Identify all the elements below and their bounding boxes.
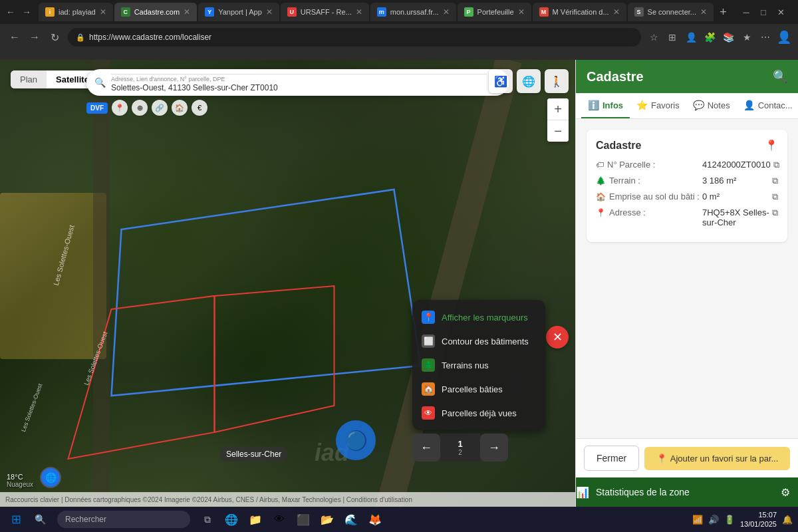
maximize-icon[interactable]: □ — [757, 5, 770, 19]
layer-parcelles-vues[interactable]: 👁 Parcelles déjà vues — [412, 401, 545, 425]
split-icon[interactable]: ⊞ — [665, 30, 680, 45]
tab-contacts[interactable]: 👤 Contac... — [737, 93, 798, 118]
taskbar-start-button[interactable]: ⊞ — [5, 509, 27, 530]
taskbar-firefox-icon[interactable]: 🦊 — [364, 509, 386, 530]
stats-settings-icon[interactable]: ⚙ — [781, 486, 790, 499]
taskbar-edge-icon[interactable]: 🌊 — [340, 509, 362, 530]
layer-parcelles-baties[interactable]: 🏠 Parcelles bâties — [412, 377, 545, 401]
tab-cadastre[interactable]: C Cadastre.com ✕ — [114, 3, 197, 21]
tab-favoris[interactable]: ⭐ Favoris — [630, 93, 686, 118]
map-sub-icon-4[interactable]: 🏠 — [172, 100, 188, 116]
taskbar-battery-icon[interactable]: 🔋 — [724, 515, 735, 525]
adresse-icon: 📍 — [596, 208, 606, 217]
tab-ursaff-close[interactable]: ✕ — [356, 7, 362, 17]
person-tool[interactable]: 🚶 — [545, 69, 569, 93]
address-bar[interactable]: 🔒 https://www.cadastre.com/localiser — [68, 28, 641, 47]
profile-icon[interactable]: 👤 — [684, 30, 698, 45]
taskbar-folder-icon[interactable]: 📂 — [317, 509, 338, 530]
svg-text:Les Solettes-Ouest: Les Solettes-Ouest — [52, 224, 76, 286]
layer-terrains[interactable]: 🌲 Terrains nus — [412, 353, 545, 377]
back-button[interactable]: ← — [7, 29, 23, 45]
plan-button[interactable]: Plan — [11, 70, 47, 88]
layer-marqueurs[interactable]: 📍 Afficher les marqueurs — [412, 305, 545, 329]
map-sub-icon-5[interactable]: € — [192, 100, 207, 116]
map-container[interactable]: Les Solettes-Ouest Les Solettes-Ouest Le… — [0, 60, 575, 507]
browser-chrome: ← → i iad: playiad ✕ C Cadastre.com ✕ Y … — [0, 0, 798, 60]
accessibility-tool[interactable]: ♿ — [489, 69, 513, 93]
adresse-copy-button[interactable]: ⧉ — [772, 207, 778, 218]
tab-connect-close[interactable]: ✕ — [700, 7, 707, 17]
tab-gmail[interactable]: M M Vérification d... ✕ — [533, 3, 626, 21]
location-pin-icon[interactable]: 📍 — [765, 139, 778, 152]
layer-batiments[interactable]: ⬜ Contour des bâtiments — [412, 329, 545, 353]
browser-controls-right: ─ □ ✕ — [734, 5, 793, 19]
nav-prev-button[interactable]: ← — [412, 434, 440, 462]
tab-iad[interactable]: i iad: playiad ✕ — [39, 3, 113, 21]
tab-portefeuille-close[interactable]: ✕ — [518, 7, 525, 17]
browser-forward-icon[interactable]: → — [21, 7, 32, 17]
panel-search-icon[interactable]: 🔍 — [773, 69, 787, 84]
tab-portefeuille-label: Portefeuille — [477, 8, 514, 16]
minimize-icon[interactable]: ─ — [739, 5, 753, 19]
favorites-icon[interactable]: ★ — [739, 30, 754, 45]
tab-infos[interactable]: ℹ️ Infos — [581, 93, 630, 118]
section-title: Cadastre — [596, 140, 641, 152]
tab-gmail-close[interactable]: ✕ — [613, 7, 620, 17]
terrain-copy-button[interactable]: ⧉ — [772, 176, 778, 186]
layer-marqueurs-label: Afficher les marqueurs — [442, 313, 528, 323]
dvf-badge[interactable]: DVF — [86, 102, 108, 114]
more-icon[interactable]: ⋯ — [758, 30, 773, 45]
browser-icons-left: ← → — [5, 7, 32, 17]
map-sub-icon-1[interactable]: 📍 — [112, 100, 128, 116]
map-search-bar[interactable]: 🔍 Adresse, Lien d'annonce, N° parcelle, … — [86, 69, 509, 96]
tab-monurssaf[interactable]: m mon.urssaf.fr... ✕ — [370, 3, 456, 21]
globe-street-icon[interactable]: 🌐 — [40, 467, 61, 488]
extensions-icon[interactable]: 🧩 — [702, 30, 717, 45]
tab-ursaff-label: URSAFF - Re... — [301, 8, 352, 16]
globe-tool[interactable]: 🌐 — [517, 69, 541, 93]
forward-button[interactable]: → — [27, 29, 43, 45]
taskbar-files-icon[interactable]: 📁 — [245, 509, 266, 530]
taskbar-chrome-icon[interactable]: 🌐 — [221, 509, 242, 530]
tab-connect[interactable]: S Se connecter... ✕ — [628, 3, 714, 21]
weather-condition: Nuageux — [7, 481, 33, 488]
taskbar-clock[interactable]: 15:07 13/01/2025 — [740, 510, 777, 529]
taskbar-ms-icon[interactable]: ⬛ — [293, 509, 314, 530]
edge-profile-icon[interactable]: 👤 — [777, 30, 791, 45]
parcelle-copy-button[interactable]: ⧉ — [773, 160, 779, 170]
stats-icon: 📊 — [576, 486, 589, 499]
taskbar-search-bar[interactable]: Rechercher — [57, 511, 190, 528]
zoom-out-button[interactable]: − — [547, 120, 569, 142]
map-sub-icon-2[interactable]: ⊕ — [132, 100, 148, 116]
close-overlay-button[interactable]: ✕ — [546, 326, 569, 348]
tab-notes[interactable]: 💬 Notes — [686, 93, 737, 118]
collections-icon[interactable]: 📚 — [721, 30, 735, 45]
star-icon[interactable]: ☆ — [646, 30, 661, 45]
map-sub-icon-3[interactable]: 🔗 — [152, 100, 168, 116]
taskbar-network-icon[interactable]: 📶 — [692, 515, 703, 525]
tab-monurssaf-close[interactable]: ✕ — [443, 7, 450, 17]
tab-yanport-label: Yanport | App — [218, 8, 262, 16]
browser-back-icon[interactable]: ← — [5, 7, 16, 17]
zoom-in-button[interactable]: + — [547, 98, 569, 120]
taskbar-notifications-icon[interactable]: 🔔 — [782, 515, 793, 525]
taskbar-eye-icon[interactable]: 👁 — [269, 509, 290, 530]
stats-bar[interactable]: 📊 Statistiques de la zone ⚙ — [576, 477, 798, 507]
tab-ursaff[interactable]: U URSAFF - Re... ✕ — [281, 3, 369, 21]
ajouter-favori-button[interactable]: 📍 Ajouter un favori sur la par... — [644, 447, 790, 470]
taskbar-volume-icon[interactable]: 🔊 — [708, 515, 719, 525]
nav-next-button[interactable]: → — [480, 434, 508, 462]
tab-iad-close[interactable]: ✕ — [100, 7, 106, 17]
tab-portefeuille[interactable]: P Portefeuille ✕ — [458, 3, 531, 21]
taskbar-task-view[interactable]: ⧉ — [197, 509, 218, 530]
emprise-copy-button[interactable]: ⧉ — [772, 192, 778, 202]
fermer-button[interactable]: Fermer — [584, 446, 639, 471]
taskbar-search-icon[interactable]: 🔍 — [29, 509, 51, 530]
tab-yanport-close[interactable]: ✕ — [266, 7, 273, 17]
tab-yanport[interactable]: Y Yanport | App ✕ — [198, 3, 279, 21]
close-browser-icon[interactable]: ✕ — [774, 5, 787, 19]
reload-button[interactable]: ↻ — [47, 29, 63, 45]
temperature-value: 18°C — [7, 473, 33, 481]
tab-cadastre-close[interactable]: ✕ — [184, 7, 190, 17]
new-tab-button[interactable]: + — [715, 3, 732, 21]
